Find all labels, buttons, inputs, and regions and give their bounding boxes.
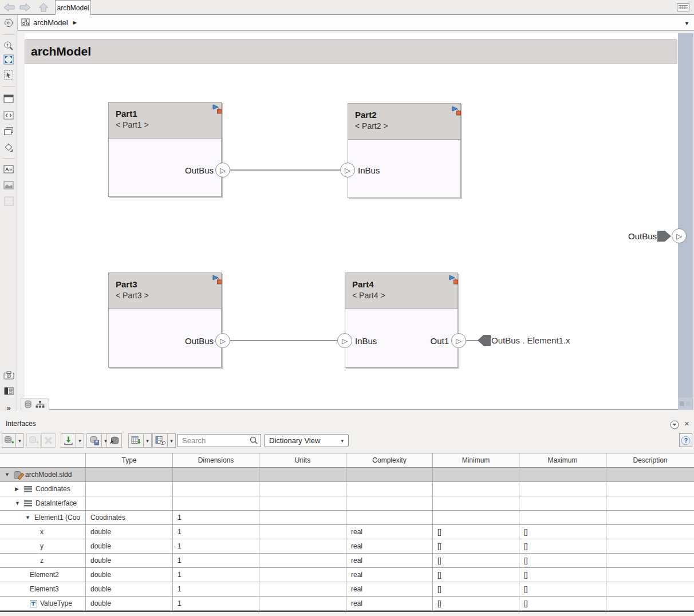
column-header[interactable] — [0, 453, 86, 467]
vertical-scrollbar[interactable] — [678, 33, 693, 397]
table-row[interactable]: ▼archModel.sldd — [0, 468, 694, 482]
table-cell[interactable]: double — [86, 554, 173, 567]
table-cell[interactable] — [259, 597, 346, 610]
hide-navigation-icon[interactable] — [4, 18, 13, 27]
port-part4-out1[interactable]: ▷ — [451, 333, 466, 348]
import-button[interactable] — [61, 433, 76, 448]
table-cell[interactable] — [259, 496, 346, 510]
port-label-out1[interactable]: Out1 — [426, 336, 449, 346]
collapse-arrow-icon[interactable]: ▼ — [5, 472, 14, 477]
row-name-cell[interactable]: ▼archModel.sldd — [0, 468, 86, 481]
connector-part1-part2[interactable] — [230, 169, 340, 171]
table-cell[interactable]: [] — [519, 539, 606, 553]
row-name-cell[interactable]: Element3 — [0, 582, 86, 596]
image-annotation-button[interactable] — [3, 179, 14, 191]
table-cell[interactable]: [] — [433, 568, 519, 582]
port-part1-outbus[interactable]: ▷ — [215, 163, 230, 177]
forward-button[interactable] — [18, 2, 32, 13]
table-cell[interactable] — [346, 496, 433, 510]
table-cell[interactable] — [259, 482, 346, 496]
signal-label[interactable]: OutBus . Element1.x — [491, 335, 570, 345]
row-name-cell[interactable]: Element2 — [0, 568, 86, 582]
tab-archmodel[interactable]: archModel — [55, 0, 91, 15]
table-cell[interactable] — [519, 496, 606, 510]
table-cell[interactable] — [346, 511, 433, 524]
table-cell[interactable]: 1 — [173, 597, 259, 610]
row-name-cell[interactable]: ValueType — [0, 597, 86, 610]
table-cell[interactable] — [606, 468, 694, 481]
annotation-button[interactable]: A — [3, 163, 14, 175]
add-interface-dropdown-icon[interactable]: ▾ — [16, 433, 24, 448]
row-name-cell[interactable]: ▶Coodinates — [0, 482, 86, 496]
collapse-arrow-icon[interactable]: ▼ — [15, 500, 24, 506]
port-boundary-outbus[interactable]: ▷ — [672, 228, 687, 243]
export-table-button[interactable] — [128, 433, 144, 448]
table-row[interactable]: zdouble1real[][] — [0, 554, 694, 568]
expand-toolstrip-button[interactable]: » — [3, 402, 14, 413]
table-cell[interactable]: double — [86, 597, 173, 610]
table-cell[interactable]: 1 — [173, 539, 259, 553]
table-cell[interactable]: [] — [433, 582, 519, 596]
table-cell[interactable]: [] — [519, 525, 606, 539]
port-label-inbus[interactable]: InBus — [358, 165, 380, 175]
component-part3[interactable]: Part3 < Part3 > — [108, 273, 222, 368]
table-cell[interactable] — [519, 468, 606, 481]
row-name-cell[interactable]: ▼Element1 (Coo — [0, 511, 86, 524]
table-cell[interactable] — [433, 496, 519, 510]
table-cell[interactable]: [] — [519, 597, 606, 610]
table-cell[interactable] — [606, 525, 694, 539]
table-row[interactable]: ▼Element1 (CooCoodinates1 — [0, 511, 694, 525]
configure-columns-button[interactable] — [152, 433, 168, 448]
search-input[interactable] — [178, 434, 261, 447]
table-cell[interactable]: 1 — [173, 525, 259, 539]
table-cell[interactable]: real — [346, 539, 433, 553]
configure-columns-dropdown-icon[interactable]: ▾ — [168, 433, 176, 448]
collapse-arrow-icon[interactable]: ▼ — [25, 515, 34, 520]
port-label-outbus[interactable]: OutBus — [178, 165, 214, 175]
breadcrumb-item-archmodel[interactable]: archModel ▶ — [21, 18, 77, 27]
table-cell[interactable] — [173, 496, 259, 510]
component-part4[interactable]: Part4 < Part4 > — [345, 273, 458, 368]
screenshot-button[interactable] — [3, 369, 14, 381]
table-cell[interactable] — [606, 496, 694, 510]
table-cell[interactable] — [259, 511, 346, 524]
table-cell[interactable]: real — [346, 525, 433, 539]
table-cell[interactable]: real — [346, 568, 433, 582]
table-cell[interactable] — [173, 468, 259, 481]
table-cell[interactable] — [433, 511, 519, 524]
table-cell[interactable] — [346, 482, 433, 496]
table-cell[interactable]: double — [86, 539, 173, 553]
duplicate-view-button[interactable] — [3, 125, 14, 137]
column-header[interactable]: Minimum — [433, 453, 519, 467]
table-cell[interactable]: [] — [519, 568, 606, 582]
table-cell[interactable] — [606, 511, 694, 524]
column-header[interactable]: Type — [86, 453, 173, 467]
table-row[interactable]: ydouble1real[][] — [0, 539, 694, 554]
table-row[interactable]: Element2double1real[][] — [0, 568, 694, 582]
table-cell[interactable] — [606, 597, 694, 610]
table-cell[interactable] — [606, 582, 694, 596]
table-cell[interactable] — [259, 468, 346, 481]
keyboard-shortcuts-button[interactable] — [676, 2, 691, 12]
component-part2[interactable]: Part2 < Part2 > — [348, 103, 461, 198]
connector-part3-part4[interactable] — [230, 340, 337, 341]
data-dictionary-icon[interactable] — [24, 400, 32, 408]
interface-editor-button[interactable] — [3, 109, 14, 121]
help-button[interactable]: ? — [679, 433, 692, 447]
table-cell[interactable]: 1 — [173, 511, 259, 524]
table-cell[interactable] — [519, 482, 606, 496]
save-dictionary-button[interactable] — [86, 433, 102, 448]
port-label-inbus[interactable]: InBus — [355, 336, 377, 346]
view-selector-dropdown[interactable]: Dictionary View ▾ — [264, 434, 349, 447]
viewport-button[interactable] — [3, 93, 14, 104]
component-part1[interactable]: Part1 < Part1 > — [108, 102, 222, 197]
column-header[interactable]: Complexity — [346, 453, 433, 467]
table-cell[interactable]: Coodinates — [86, 511, 173, 524]
port-label-outbus[interactable]: OutBus — [178, 336, 214, 346]
table-row[interactable]: ▼DataInterface — [0, 496, 694, 511]
expand-arrow-icon[interactable]: ▶ — [15, 486, 24, 492]
add-interface-button[interactable] — [2, 433, 16, 448]
table-cell[interactable]: real — [346, 597, 433, 610]
table-cell[interactable] — [86, 468, 173, 481]
viewmark-button[interactable] — [3, 195, 14, 207]
